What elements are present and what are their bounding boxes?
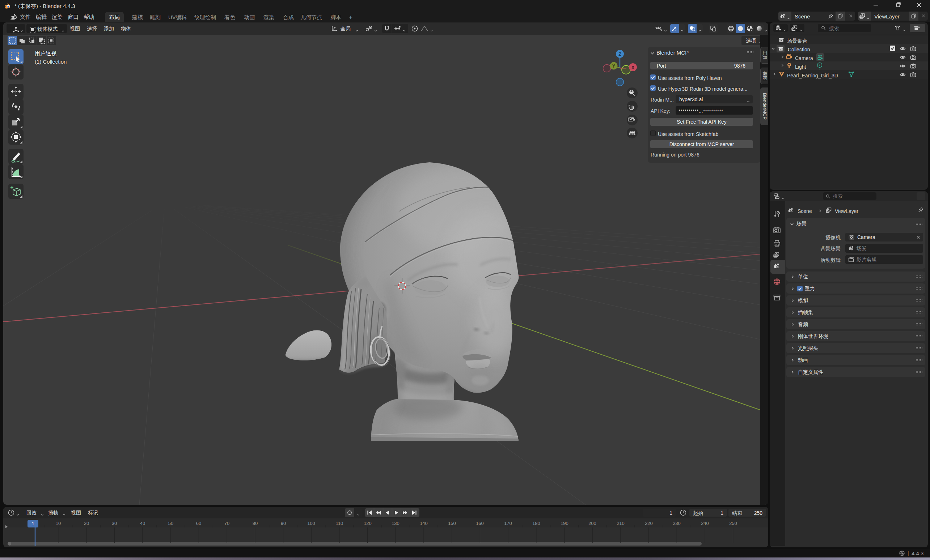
- svg-text:Z: Z: [619, 52, 621, 57]
- svg-text:Y: Y: [612, 64, 615, 69]
- svg-text:X: X: [631, 65, 634, 70]
